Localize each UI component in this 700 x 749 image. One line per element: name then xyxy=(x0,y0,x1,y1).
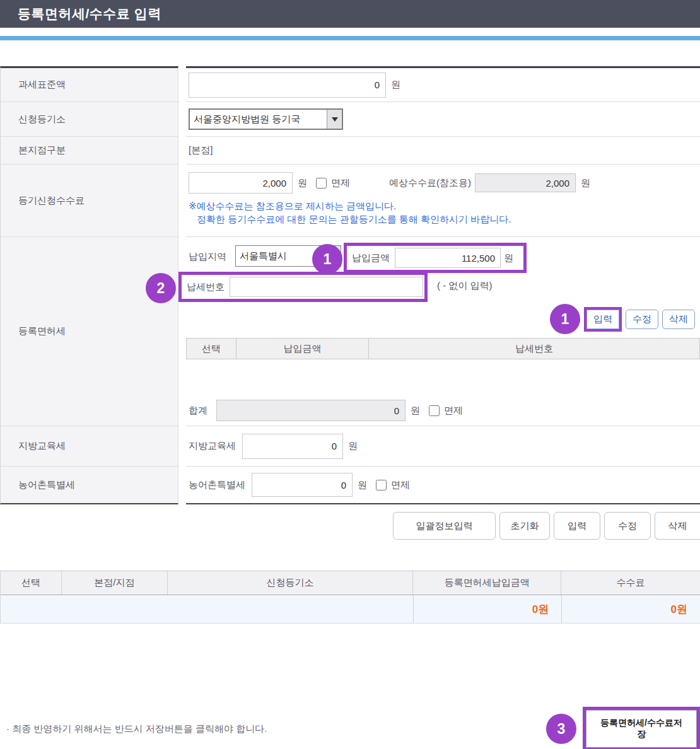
step-badge-1: 1 xyxy=(550,304,580,334)
total-label: 합계 xyxy=(189,405,207,417)
highlight-box-save-button: 등록면허세/수수료저장 xyxy=(583,707,700,749)
page-title-bar: 등록면허세/수수료 입력 xyxy=(0,0,700,28)
col-select: 선택 xyxy=(1,571,62,595)
branch-type-label: 본지점구분 xyxy=(0,137,178,165)
local-edu-tax-input[interactable] xyxy=(242,434,343,459)
row-tax-base: 과세표준액 원 xyxy=(0,66,700,102)
delete-button[interactable]: 삭제 xyxy=(655,512,700,540)
cell-fee: 0원 xyxy=(561,595,700,623)
tax-number-input[interactable] xyxy=(230,277,423,297)
rural-tax-exempt-checkbox[interactable] xyxy=(376,480,387,491)
highlight-box-input-button: 입력 xyxy=(584,307,622,332)
won-label: 원 xyxy=(298,177,307,189)
rural-tax-exempt-label: 면제 xyxy=(391,479,410,491)
fee-note-line1: ※예상수수료는 참조용으로 제시하는 금액입니다. xyxy=(189,199,700,212)
inner-col-tax-number: 납세번호 xyxy=(369,338,700,359)
total-exempt-checkbox[interactable] xyxy=(429,405,440,416)
column-gap xyxy=(178,137,186,165)
row-rural-tax: 농어촌특별세 농어촌특별세 원 면제 xyxy=(0,467,700,504)
won-label: 원 xyxy=(348,440,358,452)
column-gap xyxy=(178,426,186,467)
tax-number-label: 납세번호 xyxy=(182,281,230,293)
row-reg-fee: 등기신청수수료 원 면제 예상수수료(참조용) 원 ※예상수수료는 참조용으로 … xyxy=(0,165,700,237)
rural-tax-inner-label: 농어촌특별세 xyxy=(189,479,245,491)
fee-note-line2: 정확한 등기수수료에 대한 문의는 관할등기소를 통해 확인하시기 바랍니다. xyxy=(189,212,700,226)
step-badge-1: 1 xyxy=(312,244,342,274)
col-branch: 본점/지점 xyxy=(62,571,168,595)
pay-amount-input[interactable] xyxy=(395,248,501,268)
won-label: 원 xyxy=(358,479,367,491)
column-gap xyxy=(178,102,186,137)
summary-table-header: 선택 본점/지점 신청등기소 등록면허세납입금액 수수료 xyxy=(1,571,700,595)
save-button[interactable]: 등록면허세/수수료저장 xyxy=(586,710,697,748)
page-title: 등록면허세/수수료 입력 xyxy=(18,5,161,23)
chevron-down-icon xyxy=(327,110,342,129)
col-license-tax-amount: 등록면허세납입금액 xyxy=(413,571,561,595)
row-registry-office: 신청등기소 서울중앙지방법원 등기국 xyxy=(0,102,700,137)
local-edu-tax-inner-label: 지방교육세 xyxy=(189,440,236,452)
won-label: 원 xyxy=(581,177,590,189)
total-input xyxy=(216,400,405,421)
estimate-fee-input xyxy=(475,173,576,192)
row-local-edu-tax: 지방교육세 지방교육세 원 xyxy=(0,426,700,467)
reg-fee-label: 등기신청수수료 xyxy=(0,165,178,237)
branch-type-value: [본점] xyxy=(189,144,213,156)
license-tax-table: 선택 납입금액 납세번호 xyxy=(186,338,700,397)
registry-office-label: 신청등기소 xyxy=(0,102,178,137)
estimate-fee-label: 예상수수료(참조용) xyxy=(389,177,471,189)
license-tax-label: 등록면허세 xyxy=(0,237,178,426)
col-fee: 수수료 xyxy=(561,571,700,595)
inner-col-amount: 납입금액 xyxy=(236,338,369,359)
row-branch-type: 본지점구분 [본점] xyxy=(0,137,700,165)
local-edu-tax-label: 지방교육세 xyxy=(0,426,178,467)
won-label: 원 xyxy=(411,405,420,417)
row-license-tax: 등록면허세 납입지역 서울특별시 1 납입금액 원 2 납세번호 ( - 없이 … xyxy=(0,237,700,426)
tax-input-form: 과세표준액 원 신청등기소 서울중앙지방법원 등기국 본지점구분 [본점] 등기… xyxy=(0,66,700,504)
col-registry-office: 신청등기소 xyxy=(168,571,414,595)
form-action-buttons: 일괄정보입력 초기화 입력 수정 삭제 xyxy=(0,512,700,540)
highlight-box-pay-amount: 납입금액 원 xyxy=(344,243,527,273)
bulk-input-button[interactable]: 일괄정보입력 xyxy=(393,512,496,540)
cell-license-tax-amount: 0원 xyxy=(413,595,561,623)
summary-table: 선택 본점/지점 신청등기소 등록면허세납입금액 수수료 0원 0원 xyxy=(0,571,700,624)
tax-number-hint: ( - 없이 입력) xyxy=(437,280,493,292)
rural-tax-input[interactable] xyxy=(252,473,353,497)
input-button[interactable]: 입력 xyxy=(586,310,619,329)
save-area: 3 등록면허세/수수료저장 xyxy=(546,707,700,749)
column-gap xyxy=(178,237,186,426)
footer-note: · 최종 반영하기 위해서는 반드시 저장버튼을 클릭해야 합니다. xyxy=(0,723,267,735)
reg-fee-exempt-checkbox[interactable] xyxy=(316,178,327,189)
column-gap xyxy=(178,165,186,237)
pay-region-label: 납입지역 xyxy=(189,251,226,263)
step-badge-3: 3 xyxy=(546,714,576,744)
pay-amount-label: 납입금액 xyxy=(347,252,395,264)
footer: · 최종 반영하기 위해서는 반드시 저장버튼을 클릭해야 합니다. 3 등록면… xyxy=(0,707,700,749)
reg-fee-input[interactable] xyxy=(189,172,293,194)
won-label: 원 xyxy=(501,252,516,264)
edit-button[interactable]: 수정 xyxy=(604,512,651,540)
total-exempt-label: 면제 xyxy=(444,405,463,417)
delete-button[interactable]: 삭제 xyxy=(662,310,695,329)
rural-tax-label: 농어촌특별세 xyxy=(0,467,178,504)
license-tax-total: 합계 원 면제 xyxy=(189,400,463,421)
title-underline xyxy=(0,36,700,40)
reg-fee-exempt-label: 면제 xyxy=(331,177,350,189)
reset-button[interactable]: 초기화 xyxy=(499,512,550,540)
license-tax-buttons: 1 입력 수정 삭제 xyxy=(550,304,695,334)
summary-table-row: 0원 0원 xyxy=(1,595,700,624)
highlight-box-tax-number: 납세번호 xyxy=(178,272,428,302)
inner-col-select: 선택 xyxy=(186,338,236,359)
registry-office-select[interactable]: 서울중앙지방법원 등기국 xyxy=(189,108,343,130)
edit-button[interactable]: 수정 xyxy=(626,310,658,329)
input-button[interactable]: 입력 xyxy=(554,512,600,540)
step-badge-2: 2 xyxy=(146,273,176,303)
tax-base-input[interactable] xyxy=(189,73,386,98)
column-gap xyxy=(178,467,186,504)
column-gap xyxy=(178,66,186,102)
cell-empty xyxy=(1,595,413,623)
tax-base-label: 과세표준액 xyxy=(0,66,178,102)
won-label: 원 xyxy=(391,79,400,91)
license-tax-table-body xyxy=(186,359,700,397)
registry-office-selected: 서울중앙지방법원 등기국 xyxy=(190,113,327,125)
